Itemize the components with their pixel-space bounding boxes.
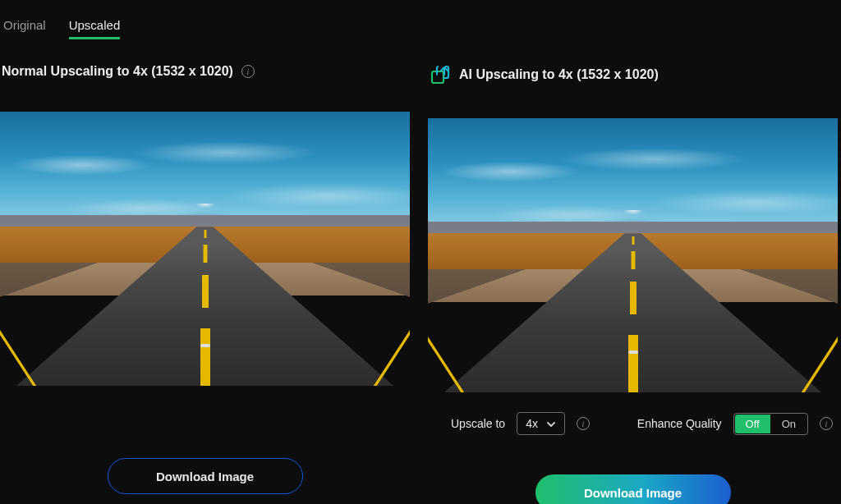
upscale-to-label: Upscale to <box>451 417 505 430</box>
image-normal <box>0 112 410 386</box>
panels: Normal Upscaling to 4x (1532 x 1020) i D… <box>0 64 841 504</box>
heading-normal: Normal Upscaling to 4x (1532 x 1020) <box>2 64 233 79</box>
info-icon[interactable]: i <box>820 417 833 430</box>
tabs: Original Upscaled <box>0 18 841 39</box>
image-ai <box>428 118 838 392</box>
panel-ai-upscaling: AI Upscaling to 4x (1532 x 1020) Upscale… <box>428 64 838 504</box>
tab-upscaled[interactable]: Upscaled <box>69 18 121 39</box>
download-button-normal[interactable]: Download Image <box>108 458 303 494</box>
heading-row-left: Normal Upscaling to 4x (1532 x 1020) i <box>0 64 410 79</box>
info-icon[interactable]: i <box>577 417 590 430</box>
download-button-ai[interactable]: Download Image <box>535 474 731 504</box>
panel-normal-upscaling: Normal Upscaling to 4x (1532 x 1020) i D… <box>0 64 410 504</box>
heading-row-right: AI Upscaling to 4x (1532 x 1020) <box>428 64 838 85</box>
upscale-select[interactable]: 4x <box>517 412 565 435</box>
enhance-quality-toggle[interactable]: Off On <box>733 413 808 435</box>
enhance-quality-label: Enhance Quality <box>637 417 722 430</box>
controls-row: Upscale to 4x i Enhance Quality Off On i <box>428 392 838 435</box>
chevron-down-icon <box>546 419 556 428</box>
info-icon[interactable]: i <box>241 65 255 78</box>
toggle-off[interactable]: Off <box>735 415 770 433</box>
ai-upscale-icon <box>430 64 451 85</box>
heading-ai: AI Upscaling to 4x (1532 x 1020) <box>459 67 659 82</box>
upscale-value: 4x <box>526 417 538 430</box>
tab-original[interactable]: Original <box>3 18 46 39</box>
toggle-on[interactable]: On <box>770 414 807 434</box>
